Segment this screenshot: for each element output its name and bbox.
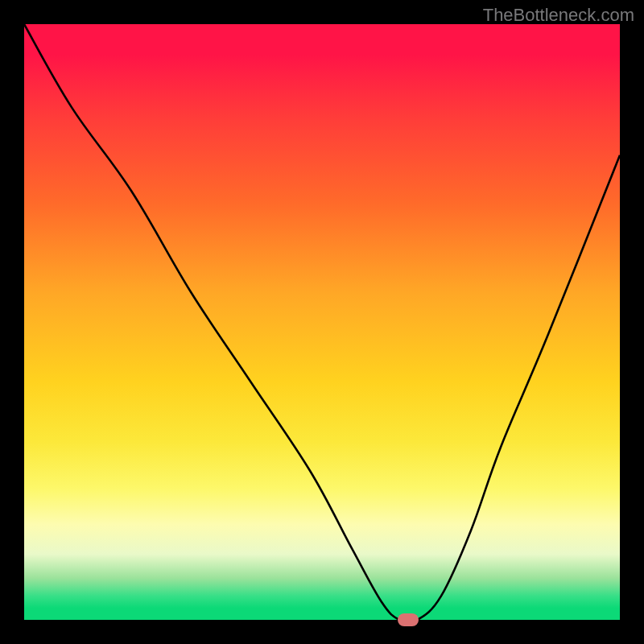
optimal-point-marker [398,613,419,626]
watermark-text: TheBottleneck.com [483,5,634,26]
curve-svg [24,24,620,620]
bottleneck-curve-path [24,24,620,620]
plot-area [24,24,620,620]
chart-container: TheBottleneck.com [0,0,644,644]
